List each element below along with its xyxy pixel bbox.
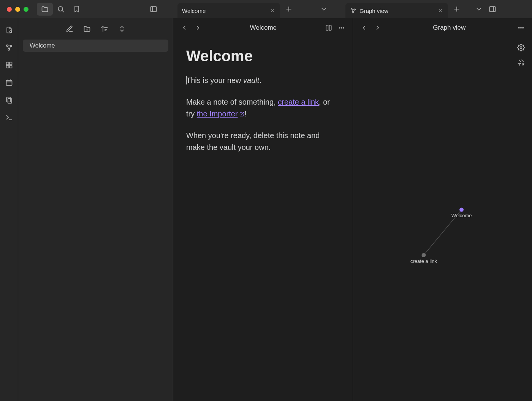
- graph-node-welcome[interactable]: Welcome: [451, 208, 472, 218]
- graph-canvas[interactable]: Welcome create a link: [353, 37, 532, 401]
- window-close[interactable]: [7, 7, 12, 12]
- external-link-importer[interactable]: the Importer: [197, 108, 245, 120]
- svg-line-1: [62, 11, 64, 12]
- graph-node-create-link[interactable]: create a link: [410, 253, 437, 264]
- note-paragraph-2: Make a note of something, create a link,…: [186, 96, 340, 120]
- internal-link-create[interactable]: create a link: [278, 98, 319, 106]
- svg-point-45: [341, 27, 342, 28]
- svg-rect-37: [8, 99, 11, 103]
- canvas-icon[interactable]: [3, 59, 16, 72]
- titlebar: Welcome Graph view: [0, 0, 532, 18]
- tab-close-icon[interactable]: [437, 8, 443, 14]
- graph-pane: Graph view We: [353, 18, 532, 401]
- collapse-icon[interactable]: [117, 24, 127, 34]
- svg-point-49: [522, 27, 523, 28]
- templates-icon[interactable]: [3, 94, 16, 107]
- svg-point-0: [58, 6, 63, 11]
- svg-line-26: [9, 46, 10, 49]
- graph-view-icon[interactable]: [3, 41, 16, 54]
- svg-rect-36: [6, 97, 10, 102]
- daily-note-icon[interactable]: [3, 76, 16, 89]
- note-editor[interactable]: Welcome This is your new vault. Make a n…: [173, 37, 353, 170]
- tab-group-right: Graph view: [345, 0, 501, 18]
- sidebar-tab-bookmarks-icon[interactable]: [69, 3, 85, 16]
- svg-point-46: [343, 27, 344, 28]
- nav-forward-icon[interactable]: [192, 22, 204, 33]
- new-tab-icon[interactable]: [450, 3, 463, 16]
- ribbon: [0, 18, 18, 401]
- external-link-icon: [239, 111, 245, 117]
- tab-close-icon[interactable]: [269, 8, 276, 14]
- more-options-icon[interactable]: [336, 22, 347, 33]
- tab-graph-view[interactable]: Graph view: [345, 3, 448, 18]
- left-sidebar-toggle-icon[interactable]: [146, 3, 162, 16]
- editor-pane: Welcome Welcome This is your new vault. …: [173, 18, 353, 401]
- svg-point-52: [459, 208, 464, 212]
- svg-rect-32: [6, 80, 12, 85]
- note-paragraph-3: When you're ready, delete this note and …: [186, 130, 340, 153]
- new-folder-icon[interactable]: [82, 24, 92, 34]
- window-minimize[interactable]: [15, 7, 20, 12]
- svg-line-25: [8, 46, 8, 49]
- pane-title: Welcome: [206, 24, 321, 32]
- more-options-icon[interactable]: [515, 22, 527, 33]
- nav-back-icon[interactable]: [358, 22, 370, 33]
- note-heading: Welcome: [186, 44, 340, 68]
- editor-header: Welcome: [173, 18, 353, 37]
- tab-label: Welcome: [182, 8, 266, 14]
- svg-rect-28: [6, 62, 9, 65]
- file-item-label: Welcome: [30, 42, 55, 49]
- tab-list-icon[interactable]: [472, 3, 485, 16]
- svg-line-12: [353, 10, 355, 12]
- pane-title: Graph view: [386, 24, 513, 32]
- note-paragraph-1: This is your new vault.: [186, 75, 340, 86]
- graph-header: Graph view: [353, 18, 532, 37]
- nav-back-icon[interactable]: [179, 22, 190, 33]
- tab-group-left: Welcome: [177, 0, 332, 18]
- file-explorer-toolbar: [18, 18, 173, 40]
- window-controls: [7, 7, 28, 12]
- right-sidebar-toggle-icon[interactable]: [486, 3, 499, 16]
- svg-rect-18: [490, 6, 496, 11]
- command-palette-icon[interactable]: [3, 111, 16, 124]
- svg-point-48: [521, 27, 521, 28]
- svg-line-11: [352, 10, 353, 12]
- svg-text:create a link: create a link: [410, 258, 437, 264]
- reading-view-icon[interactable]: [323, 22, 334, 33]
- file-item-welcome[interactable]: Welcome: [23, 40, 168, 52]
- new-note-icon[interactable]: [64, 24, 75, 34]
- svg-text:Welcome: Welcome: [451, 213, 472, 218]
- window-maximize[interactable]: [24, 7, 28, 12]
- nav-forward-icon[interactable]: [372, 22, 383, 33]
- graph-icon: [350, 8, 356, 14]
- tab-label: Graph view: [359, 8, 434, 14]
- new-tab-icon[interactable]: [282, 3, 295, 16]
- graph-svg: Welcome create a link: [353, 37, 532, 401]
- file-explorer: Welcome: [18, 18, 173, 401]
- file-list: Welcome: [18, 40, 173, 401]
- svg-point-44: [339, 27, 340, 28]
- svg-rect-29: [9, 62, 12, 65]
- svg-point-47: [519, 27, 519, 28]
- sidebar-tab-files-icon[interactable]: [37, 3, 53, 16]
- svg-rect-31: [9, 65, 12, 68]
- tab-welcome[interactable]: Welcome: [177, 3, 280, 18]
- sidebar-tab-search-icon[interactable]: [53, 3, 69, 16]
- tab-list-icon[interactable]: [317, 3, 330, 16]
- svg-rect-2: [151, 6, 157, 11]
- sort-icon[interactable]: [99, 24, 110, 34]
- svg-line-21: [11, 32, 12, 33]
- quick-switcher-icon[interactable]: [3, 24, 16, 37]
- svg-point-54: [421, 253, 426, 257]
- svg-rect-30: [6, 65, 9, 68]
